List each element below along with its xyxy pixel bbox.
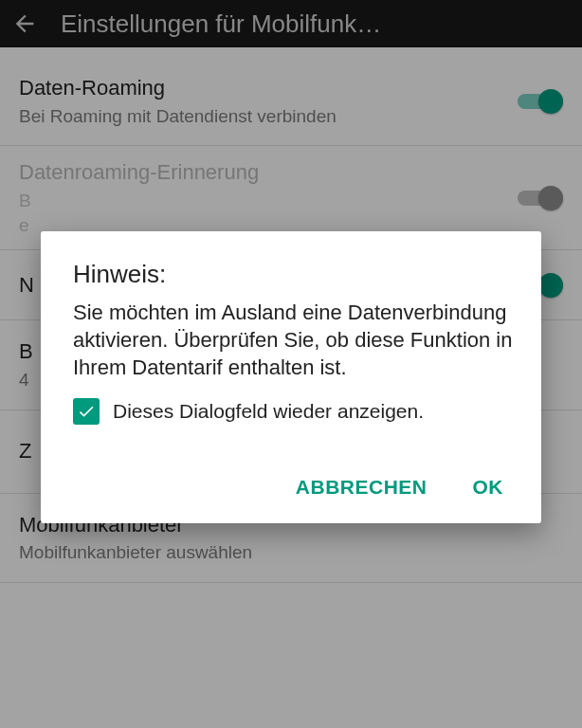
dialog-actions: ABBRECHEN OK [73, 470, 513, 504]
roaming-warning-dialog: Hinweis: Sie möchten im Ausland eine Dat… [41, 231, 541, 523]
ok-button[interactable]: OK [469, 470, 508, 504]
dialog-body: Sie möchten im Ausland eine Datenverbind… [73, 299, 513, 381]
dialog-title: Hinweis: [73, 260, 513, 289]
dialog-checkbox-row[interactable]: Dieses Dialogfeld wieder anzeigen. [73, 398, 513, 425]
checkbox-checked-icon[interactable] [73, 398, 100, 425]
checkbox-label: Dieses Dialogfeld wieder anzeigen. [113, 400, 424, 423]
cancel-button[interactable]: ABBRECHEN [292, 470, 431, 504]
